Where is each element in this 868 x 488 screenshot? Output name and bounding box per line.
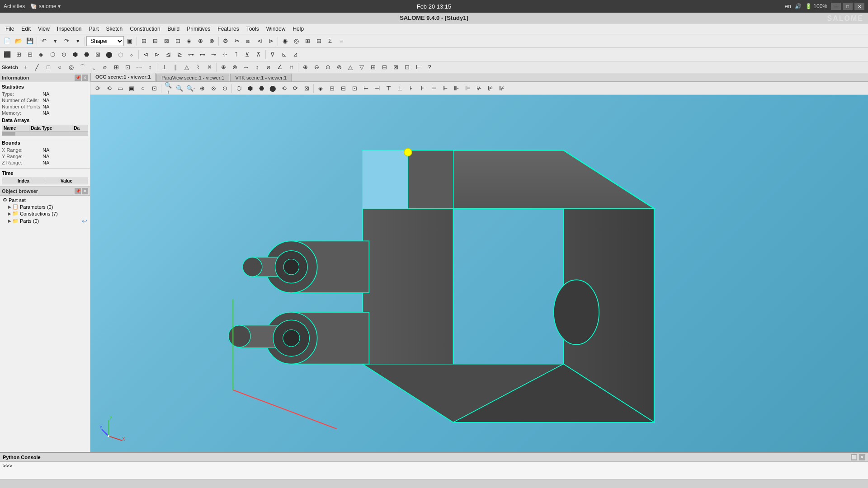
sketch-btn-20[interactable]: ↔ bbox=[241, 62, 251, 73]
vt-btn-22[interactable]: ⊟ bbox=[338, 83, 349, 94]
tab-occ[interactable]: OCC scene:1 - viewer:1 bbox=[90, 73, 156, 81]
ob-close-btn[interactable]: ✕ bbox=[82, 188, 88, 194]
vt-btn-16[interactable]: ⬤ bbox=[267, 83, 278, 94]
menu-inspection[interactable]: Inspection bbox=[53, 25, 85, 33]
tab-paraview[interactable]: ParaView scene:1 - viewer:1 bbox=[156, 74, 229, 81]
tb-btn-5[interactable]: ◈ bbox=[184, 36, 194, 47]
menu-file[interactable]: File bbox=[2, 25, 18, 33]
sketch-btn-13[interactable]: ⊥ bbox=[159, 62, 170, 73]
vt-btn-23[interactable]: ⊡ bbox=[349, 83, 360, 94]
tb2-btn-3[interactable]: ⊟ bbox=[24, 49, 35, 60]
sketch-btn-31[interactable]: ⊞ bbox=[368, 62, 378, 73]
vt-btn-15[interactable]: ⬣ bbox=[256, 83, 267, 94]
sketch-btn-30[interactable]: ▽ bbox=[356, 62, 367, 73]
tb-btn-8[interactable]: ⚙ bbox=[220, 36, 231, 47]
menu-features[interactable]: Features bbox=[214, 25, 242, 33]
tb2-btn-22[interactable]: ⊻ bbox=[242, 49, 253, 60]
language-label[interactable]: en bbox=[785, 3, 791, 9]
tb-btn-4[interactable]: ⊡ bbox=[172, 36, 183, 47]
vt-btn-35[interactable]: ⊭ bbox=[485, 83, 495, 94]
tb-btn-1[interactable]: ⊞ bbox=[138, 36, 149, 47]
vt-btn-25[interactable]: ⊣ bbox=[372, 83, 382, 94]
tb2-btn-5[interactable]: ⬡ bbox=[47, 49, 58, 60]
info-pin-btn[interactable]: 📌 bbox=[75, 75, 81, 81]
sketch-btn-7[interactable]: ◟ bbox=[88, 62, 99, 73]
module-icon[interactable]: ▣ bbox=[124, 36, 135, 47]
menu-view[interactable]: View bbox=[34, 25, 53, 33]
vt-btn-30[interactable]: ⊨ bbox=[428, 83, 439, 94]
vt-btn-13[interactable]: ⬡ bbox=[233, 83, 244, 94]
tb-btn-6[interactable]: ⊕ bbox=[195, 36, 206, 47]
tb2-btn-2[interactable]: ⊞ bbox=[13, 49, 24, 60]
vt-btn-27[interactable]: ⊥ bbox=[394, 83, 405, 94]
menu-build[interactable]: Build bbox=[164, 25, 184, 33]
python-console-content[interactable]: >>> bbox=[0, 462, 868, 479]
sketch-btn-26[interactable]: ⊖ bbox=[311, 62, 322, 73]
vt-btn-9[interactable]: 🔍- bbox=[185, 83, 196, 94]
new-button[interactable]: 📄 bbox=[2, 36, 13, 47]
tb2-btn-14[interactable]: ⊳ bbox=[151, 49, 162, 60]
tb-btn-7[interactable]: ⊗ bbox=[206, 36, 217, 47]
minimize-button[interactable]: — bbox=[831, 3, 841, 10]
tb-btn-12[interactable]: ⊳ bbox=[265, 36, 276, 47]
vt-btn-29[interactable]: ⊧ bbox=[417, 83, 428, 94]
sketch-btn-9[interactable]: ⊞ bbox=[111, 62, 122, 73]
menu-edit[interactable]: Edit bbox=[18, 25, 34, 33]
tb-btn-13[interactable]: ◉ bbox=[279, 36, 290, 47]
sketch-btn-1[interactable]: + bbox=[20, 62, 31, 73]
menu-primitives[interactable]: Primitives bbox=[183, 25, 214, 33]
console-close-btn[interactable]: ✕ bbox=[859, 454, 865, 460]
vt-btn-17[interactable]: ⟲ bbox=[278, 83, 289, 94]
vt-btn-14[interactable]: ⬢ bbox=[245, 83, 255, 94]
sketch-btn-18[interactable]: ⊕ bbox=[218, 62, 229, 73]
tb2-btn-13[interactable]: ⊲ bbox=[140, 49, 151, 60]
tb-btn-15[interactable]: ⊞ bbox=[302, 36, 313, 47]
menu-construction[interactable]: Construction bbox=[126, 25, 164, 33]
tb2-btn-26[interactable]: ⊿ bbox=[290, 49, 301, 60]
tb2-btn-15[interactable]: ⊴ bbox=[163, 49, 174, 60]
menu-window[interactable]: Window bbox=[263, 25, 289, 33]
sketch-btn-3[interactable]: □ bbox=[43, 62, 54, 73]
sketch-btn-2[interactable]: ╱ bbox=[32, 62, 42, 73]
redo-arrow[interactable]: ▾ bbox=[72, 36, 83, 47]
module-dropdown[interactable]: Shaper Mesh Geometry bbox=[86, 36, 124, 46]
menu-sketch[interactable]: Sketch bbox=[103, 25, 127, 33]
tb2-btn-11[interactable]: ◌ bbox=[115, 49, 126, 60]
tab-vtk[interactable]: VTK scene:1 - viewer:1 bbox=[230, 74, 292, 81]
tb2-btn-18[interactable]: ⊷ bbox=[197, 49, 208, 60]
vt-btn-20[interactable]: ◈ bbox=[315, 83, 326, 94]
vt-btn-3[interactable]: ▭ bbox=[115, 83, 126, 94]
undo-arrow[interactable]: ▾ bbox=[50, 36, 61, 47]
tree-parts[interactable]: ▶ 📁 Parts (0) ↩ bbox=[6, 217, 89, 225]
tb2-btn-16[interactable]: ⊵ bbox=[174, 49, 185, 60]
tb-btn-14[interactable]: ◎ bbox=[291, 36, 302, 47]
sketch-btn-16[interactable]: ⌇ bbox=[193, 62, 203, 73]
tb2-btn-20[interactable]: ⊹ bbox=[219, 49, 230, 60]
sketch-btn-25[interactable]: ⊕ bbox=[300, 62, 311, 73]
sketch-btn-35[interactable]: ⊢ bbox=[413, 62, 424, 73]
sketch-btn-23[interactable]: ∠ bbox=[274, 62, 285, 73]
sketch-btn-32[interactable]: ⊟ bbox=[379, 62, 390, 73]
tb-btn-10[interactable]: ⎄ bbox=[243, 36, 254, 47]
vt-btn-31[interactable]: ⊩ bbox=[439, 83, 450, 94]
open-button[interactable]: 📂 bbox=[13, 36, 24, 47]
sketch-btn-5[interactable]: ◎ bbox=[66, 62, 76, 73]
tb2-btn-21[interactable]: ⊺ bbox=[231, 49, 241, 60]
vt-btn-5[interactable]: ○ bbox=[137, 83, 148, 94]
tb2-btn-23[interactable]: ⊼ bbox=[253, 49, 264, 60]
sketch-btn-21[interactable]: ↕ bbox=[252, 62, 263, 73]
sketch-btn-10[interactable]: ⊡ bbox=[122, 62, 133, 73]
tb2-btn-17[interactable]: ⊶ bbox=[185, 49, 196, 60]
vt-btn-28[interactable]: ⊦ bbox=[406, 83, 416, 94]
window-controls[interactable]: — □ ✕ bbox=[831, 3, 864, 10]
vt-btn-36[interactable]: ⊮ bbox=[496, 83, 507, 94]
tb-btn-2[interactable]: ⊟ bbox=[150, 36, 160, 47]
tree-parameters[interactable]: ▶ 📋 Parameters (0) bbox=[6, 203, 89, 210]
vt-btn-26[interactable]: ⊤ bbox=[383, 83, 394, 94]
maximize-button[interactable]: □ bbox=[843, 3, 853, 10]
sketch-btn-19[interactable]: ⊗ bbox=[229, 62, 240, 73]
vt-btn-7[interactable]: 🔍+ bbox=[163, 83, 174, 94]
tb2-btn-9[interactable]: ⊠ bbox=[92, 49, 103, 60]
sketch-btn-34[interactable]: ⊡ bbox=[401, 62, 412, 73]
tb2-btn-19[interactable]: ⊸ bbox=[208, 49, 219, 60]
